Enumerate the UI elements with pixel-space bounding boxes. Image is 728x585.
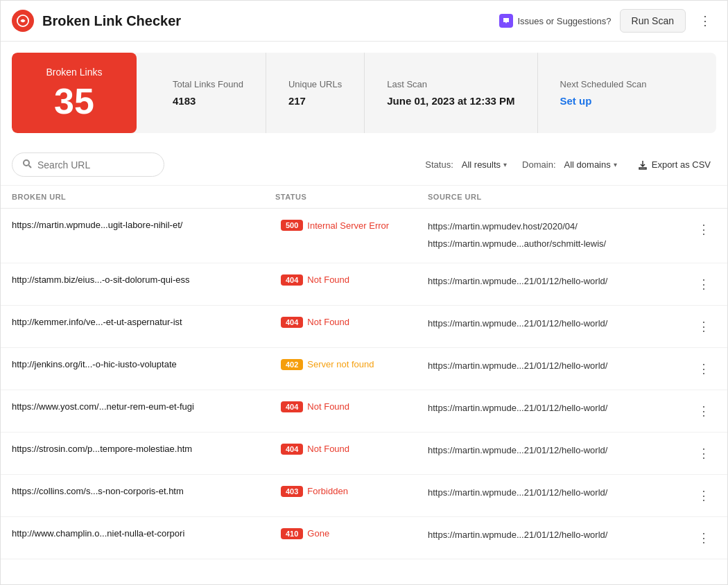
search-input[interactable] (37, 159, 148, 171)
unique-urls-label: Unique URLs (288, 79, 342, 89)
unique-urls-stat: Unique URLs 217 (266, 53, 365, 133)
table-row: http://kemmer.info/ve...-et-ut-aspernatu… (1, 306, 727, 348)
status-filter-label: Status: (425, 159, 453, 170)
row-actions-cell: ⋮ (691, 348, 716, 390)
app-title: Broken Link Checker (42, 13, 491, 29)
stats-bar: Broken Links 35 Total Links Found 4183 U… (12, 53, 716, 133)
row-actions-cell: ⋮ (691, 433, 716, 474)
status-badge: 402 Server not found (281, 359, 374, 370)
status-code: 410 (281, 528, 303, 539)
source-url-cell: https://martin.wpmude...21/01/12/hello-w… (428, 517, 691, 554)
source-url-cell: https://martin.wpmude...21/01/12/hello-w… (428, 475, 691, 512)
source-url-cell: https://martin.wpmude...21/01/12/hello-w… (428, 390, 691, 427)
broken-links-count: 35 (31, 83, 117, 119)
status-code: 402 (281, 359, 303, 370)
source-url-cell: https://martin.wpmude...21/01/12/hello-w… (428, 306, 691, 342)
source-url-cell: https://martin.wpmude...21/01/12/hello-w… (428, 263, 691, 300)
status-cell: 404 Not Found (275, 390, 428, 424)
broken-url-cell: https://strosin.com/p...tempore-molestia… (12, 433, 275, 465)
status-badge: 500 Internal Server Error (281, 220, 389, 231)
table-header: BROKEN URL STATUS SOURCE URL (1, 186, 727, 209)
col-status-header: STATUS (275, 193, 428, 201)
status-text: Not Found (307, 401, 349, 412)
table-row: https://strosin.com/p...tempore-molestia… (1, 433, 727, 475)
toolbar-right: Status: All results ▾ Domain: All domain… (425, 157, 716, 173)
broken-links-label: Broken Links (31, 67, 117, 78)
table-row: http://www.champlin.o...niet-nulla-et-co… (1, 517, 727, 559)
status-cell: 500 Internal Server Error (275, 209, 428, 242)
row-actions-cell: ⋮ (691, 475, 716, 516)
source-url: https://martin.wpmude...21/01/12/hello-w… (428, 444, 607, 458)
status-text: Server not found (307, 359, 374, 369)
broken-url-cell: http://stamm.biz/eius...-o-sit-dolorum-q… (12, 263, 275, 296)
broken-url-cell: https://www.yost.com/...netur-rem-eum-et… (12, 390, 275, 423)
source-url: https://martin.wpmude...21/01/12/hello-w… (428, 486, 607, 500)
next-scan-label: Next Scheduled Scan (560, 79, 647, 89)
row-actions-cell: ⋮ (691, 263, 716, 305)
unique-urls-value: 217 (288, 95, 342, 107)
stats-items: Total Links Found 4183 Unique URLs 217 L… (137, 53, 716, 133)
export-button[interactable]: Export as CSV (632, 157, 716, 173)
row-more-button[interactable]: ⋮ (694, 401, 713, 421)
source-url: https://martin.wpmude...author/schmitt-l… (428, 237, 606, 252)
broken-url-cell: https://collins.com/s...s-non-corporis-e… (12, 475, 275, 507)
status-text: Not Found (307, 317, 349, 327)
issues-icon (499, 14, 513, 28)
status-text: Not Found (307, 274, 349, 285)
header-actions: Issues or Suggestions? Run Scan ⋮ (499, 9, 716, 33)
total-links-label: Total Links Found (173, 79, 243, 89)
row-more-button[interactable]: ⋮ (694, 317, 713, 336)
domain-chevron-icon: ▾ (614, 161, 617, 168)
broken-url-cell: http://www.champlin.o...niet-nulla-et-co… (12, 517, 275, 550)
status-cell: 404 Not Found (275, 433, 428, 466)
row-more-button[interactable]: ⋮ (694, 444, 713, 463)
status-filter-value: All results (462, 159, 501, 170)
status-text: Gone (307, 528, 329, 539)
table-row: http://stamm.biz/eius...-o-sit-dolorum-q… (1, 263, 727, 306)
issues-link[interactable]: Issues or Suggestions? (499, 14, 611, 28)
status-text: Forbidden (307, 486, 348, 496)
broken-links-card: Broken Links 35 (12, 53, 137, 133)
broken-url-cell: http://kemmer.info/ve...-et-ut-aspernatu… (12, 306, 275, 338)
row-more-button[interactable]: ⋮ (694, 359, 713, 378)
domain-filter-select[interactable]: All domains ▾ (560, 157, 621, 173)
search-box (12, 152, 164, 177)
issues-label: Issues or Suggestions? (517, 16, 611, 26)
row-more-button[interactable]: ⋮ (694, 274, 713, 294)
next-scan-value[interactable]: Set up (560, 95, 647, 107)
status-filter-group: Status: All results ▾ (425, 157, 511, 173)
row-more-button[interactable]: ⋮ (694, 486, 713, 505)
source-url: https://martin.wpmude...21/01/12/hello-w… (428, 528, 607, 543)
toolbar: Status: All results ▾ Domain: All domain… (1, 144, 727, 186)
app-logo (12, 10, 34, 32)
status-badge: 404 Not Found (281, 401, 349, 412)
status-chevron-icon: ▾ (503, 161, 507, 168)
source-url: https://martin.wpmude...21/01/12/hello-w… (428, 401, 607, 416)
source-url: https://martin.wpmude...21/01/12/hello-w… (428, 274, 607, 289)
row-more-button[interactable]: ⋮ (694, 528, 713, 548)
status-code: 403 (281, 486, 303, 497)
last-scan-label: Last Scan (387, 79, 514, 89)
col-source-url-header: SOURCE URL (428, 193, 691, 201)
status-cell: 402 Server not found (275, 348, 428, 381)
status-filter-select[interactable]: All results ▾ (458, 157, 511, 173)
status-cell: 404 Not Found (275, 263, 428, 297)
broken-url-cell: https://martin.wpmude...ugit-labore-nihi… (12, 209, 275, 241)
status-badge: 403 Forbidden (281, 486, 348, 497)
table-row: https://collins.com/s...s-non-corporis-e… (1, 475, 727, 517)
row-more-button[interactable]: ⋮ (694, 220, 713, 239)
status-cell: 404 Not Found (275, 306, 428, 339)
status-code: 500 (281, 220, 303, 231)
header-more-button[interactable]: ⋮ (694, 10, 716, 32)
total-links-stat: Total Links Found 4183 (150, 53, 266, 133)
row-actions-cell: ⋮ (691, 517, 716, 559)
run-scan-button[interactable]: Run Scan (620, 9, 686, 33)
export-icon (638, 160, 648, 170)
table-row: https://www.yost.com/...netur-rem-eum-et… (1, 390, 727, 433)
status-code: 404 (281, 317, 303, 328)
status-code: 404 (281, 401, 303, 412)
status-text: Internal Server Error (307, 220, 389, 231)
svg-point-1 (24, 160, 29, 166)
status-badge: 404 Not Found (281, 444, 349, 455)
domain-filter-label: Domain: (522, 159, 555, 170)
